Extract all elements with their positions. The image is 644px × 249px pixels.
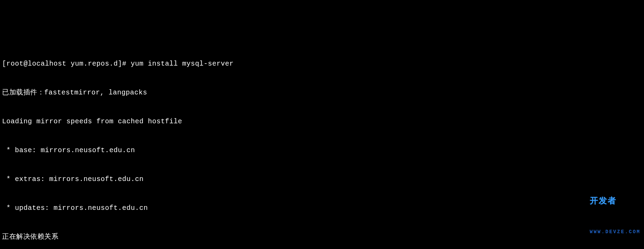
terminal-line: * base: mirrors.neusoft.edu.cn [2, 146, 642, 155]
terminal-line: 已加载插件：fastestmirror, langpacks [2, 88, 642, 98]
terminal-line: * updates: mirrors.neusoft.edu.cn [2, 203, 642, 213]
terminal-line: * extras: mirrors.neusoft.edu.cn [2, 174, 642, 184]
terminal-line: Loading mirror speeds from cached hostfi… [2, 117, 642, 126]
terminal-output[interactable]: [root@localhost yum.repos.d]# yum instal… [2, 40, 642, 249]
watermark-title: 开发者 [590, 195, 641, 207]
terminal-line: [root@localhost yum.repos.d]# yum instal… [2, 59, 642, 69]
watermark: 开发者 WWW.DEVZE.COM [590, 172, 641, 247]
watermark-url: WWW.DEVZE.COM [590, 229, 641, 236]
terminal-line: 正在解决依赖关系 [2, 232, 642, 242]
